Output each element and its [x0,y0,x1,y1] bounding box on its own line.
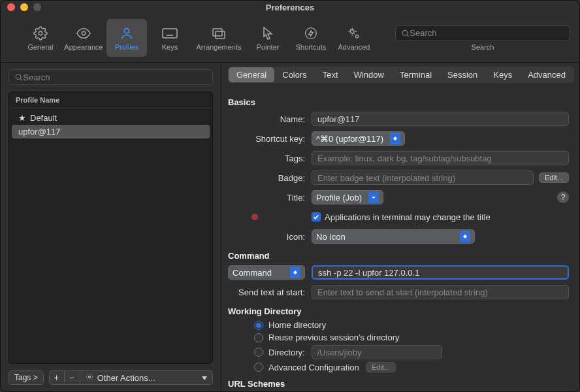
shortcut-label: Shortcut key: [228,134,305,144]
person-icon [120,25,134,42]
svg-point-18 [88,376,90,378]
sidebar-search-field[interactable] [8,69,213,85]
command-input[interactable] [312,265,569,280]
gear-icon [86,373,93,383]
other-actions-menu[interactable]: Other Actions... [80,370,213,385]
add-profile-button[interactable]: + [49,370,65,385]
toolbar-item-pointer[interactable]: Pointer [248,19,288,57]
preferences-window: Preferences General Appearance Profiles … [0,0,580,392]
toolbar-label: Advanced [338,43,370,51]
tab-window[interactable]: Window [346,67,392,82]
profile-label: upfor@117 [18,127,61,137]
svg-point-2 [124,29,129,33]
name-input[interactable] [312,112,569,126]
toolbar-item-shortcuts[interactable]: Shortcuts [291,19,331,57]
reuse-radio[interactable] [254,333,263,342]
titlebar: Preferences [1,1,579,14]
tab-colors[interactable]: Colors [274,67,315,82]
chevrons-icon [290,267,300,278]
svg-point-1 [82,31,86,35]
shortcut-value: ^⌘0 (upfor@117) [316,134,383,144]
tags-button[interactable]: Tags > [8,370,44,385]
icon-select[interactable]: No Icon [312,229,475,244]
directory-input [312,345,442,359]
toolbar-search-label: Search [395,43,570,51]
svg-point-12 [351,30,355,34]
action-group: + − Other Actions... [49,370,213,385]
badge-edit-button[interactable]: Edit... [539,172,569,183]
radio-row-directory[interactable]: Directory: [254,345,569,359]
tab-advanced[interactable]: Advanced [520,67,573,82]
toolbar-label: Profiles [115,43,139,51]
toolbar-item-general[interactable]: General [20,19,61,57]
title-value: Profile (Job) [316,193,362,203]
svg-rect-9 [213,29,222,36]
title-label: Title: [228,193,305,203]
badge-input[interactable] [312,171,534,185]
directory-label: Directory: [268,348,305,357]
svg-line-15 [407,35,408,36]
name-label: Name: [228,114,305,124]
svg-point-13 [355,35,359,38]
profiles-box: Profile Name ★ Default upfor@117 [8,91,213,364]
radio-row-home[interactable]: Home directory [254,320,569,330]
sidebar-search [8,69,213,85]
remove-profile-button[interactable]: − [65,370,80,385]
toolbar-search-input[interactable] [410,28,564,38]
help-button[interactable]: ? [557,191,569,203]
apps-change-title-checkbox[interactable] [312,212,321,221]
toolbar-label: General [27,43,53,51]
svg-marker-19 [202,376,207,380]
radio-row-advanced[interactable]: Advanced Configuration Edit... [254,362,569,372]
title-select[interactable]: Profile (Job) [312,190,383,204]
search-icon [14,73,23,82]
tags-label: Tags: [228,154,305,163]
home-radio[interactable] [254,321,263,330]
bolt-icon [304,25,317,42]
main: Profile Name ★ Default upfor@117 Tags > … [1,63,579,391]
content: General Colors Text Window Terminal Sess… [221,63,579,391]
toolbar-item-advanced[interactable]: Advanced [334,19,374,57]
gears-icon [346,25,362,42]
command-type-select[interactable]: Command [228,265,305,280]
command-type-value: Command [233,268,272,278]
toolbar-label: Appearance [64,43,103,51]
home-label: Home directory [268,320,326,330]
tags-input[interactable] [312,151,569,165]
sidebar-bottom: Tags > + − Other Actions... [8,370,213,385]
directory-radio[interactable] [254,348,263,357]
other-actions-label: Other Actions... [97,373,155,383]
toolbar-item-profiles[interactable]: Profiles [106,19,147,57]
apps-change-title-label: Applications in terminal may change the … [325,212,491,222]
radio-row-reuse[interactable]: Reuse previous session's directory [254,333,569,342]
svg-line-17 [20,79,22,80]
advanced-edit-button: Edit... [366,362,396,372]
tab-terminal[interactable]: Terminal [392,67,440,82]
profile-tabs: General Colors Text Window Terminal Sess… [228,67,574,83]
eye-icon [76,25,91,42]
sidebar-search-input[interactable] [23,73,207,82]
profiles-list: ★ Default upfor@117 [9,108,212,363]
toolbar-item-appearance[interactable]: Appearance [63,19,104,57]
advanced-label: Advanced Configuration [268,363,359,372]
reuse-label: Reuse previous session's directory [268,333,399,342]
windows-icon [211,25,227,42]
profile-item-default[interactable]: ★ Default [12,111,210,125]
tab-keys[interactable]: Keys [485,67,520,82]
send-input[interactable] [312,285,569,299]
toolbar-label: Pointer [257,43,280,51]
command-title: Command [228,251,569,261]
svg-point-0 [39,31,42,35]
tab-session[interactable]: Session [440,67,485,82]
toolbar-item-keys[interactable]: Keys [150,19,190,57]
tab-general[interactable]: General [229,67,274,82]
shortcut-select[interactable]: ^⌘0 (upfor@117) [312,131,405,146]
tab-text[interactable]: Text [315,67,346,82]
advanced-radio[interactable] [254,363,263,372]
badge-label: Badge: [228,173,305,183]
profile-item-upfor[interactable]: upfor@117 [12,125,210,139]
icon-label: Icon: [228,232,305,242]
toolbar-search-field[interactable] [395,25,570,41]
toolbar-label: Arrangements [196,43,241,51]
toolbar-item-arrangements[interactable]: Arrangements [193,19,245,57]
